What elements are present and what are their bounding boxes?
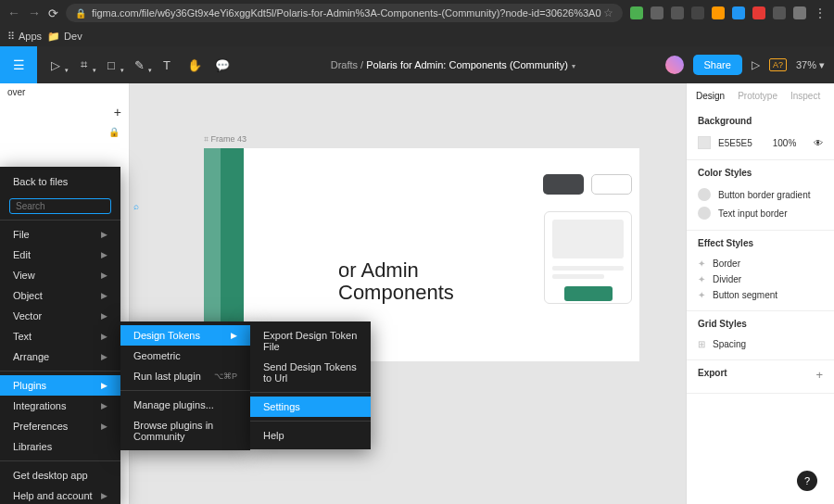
menu-search[interactable]: ⌕ [9,198,111,214]
add-page-icon[interactable]: + [114,105,121,120]
frame-label[interactable]: ⌗ Frame 43 [204,134,246,145]
bg-opacity[interactable]: 100% [773,138,797,148]
effect-style-item[interactable]: ✦Border [698,256,823,271]
browser-bar: ← → ⟳ 🔒 figma.com/file/w6y36Gt9x4eYi6xgg… [0,0,834,26]
menu-vector[interactable]: Vector▶ [0,306,120,326]
menu-search-input[interactable] [16,201,133,211]
export-title[interactable]: Export [698,368,823,378]
back-arrow-icon[interactable]: ← [7,6,20,20]
eye-icon[interactable]: 👁 [814,138,823,148]
ext-icon[interactable] [773,6,786,19]
avatar[interactable] [665,56,684,74]
main-menu-button[interactable]: ☰ [0,46,37,83]
bg-hex[interactable]: E5E5E5 [718,138,752,148]
color-style-item[interactable]: Button border gradient [698,185,823,204]
menu-desktop[interactable]: Get desktop app [0,465,120,485]
export-add-icon[interactable]: + [815,368,823,382]
menu-preferences[interactable]: Preferences▶ [0,416,120,436]
shape-tool[interactable]: □▾ [98,52,124,78]
menu-help[interactable]: Help and account▶ [0,485,120,504]
search-icon: ⌕ [133,201,139,211]
apps-bookmark[interactable]: ⠿ Apps [7,31,42,43]
reload-icon[interactable]: ⟳ [48,6,58,20]
help-button[interactable]: ? [797,471,817,491]
menu-run-last[interactable]: Run last plugin⌥⌘P [120,366,250,386]
url-text: figma.com/file/w6y36Gt9x4eYi6xggKdt5l/Po… [92,7,601,19]
grid-styles-title: Grid Styles [698,319,823,329]
figma-toolbar: ☰ ▷▾ ⌗▾ □▾ ✎▾ T ✋ 💬 Drafts / Polaris for… [0,46,834,83]
bg-swatch[interactable] [698,136,711,149]
menu-plugins[interactable]: Plugins▶ [0,375,120,396]
hand-tool[interactable]: ✋ [182,52,208,78]
ext-icon[interactable] [732,6,745,19]
ext-icon[interactable] [691,6,704,19]
effect-style-item[interactable]: ✦Divider [698,271,823,287]
zoom-level[interactable]: 37% ▾ [796,59,825,71]
menu-integrations[interactable]: Integrations▶ [0,396,120,416]
move-tool[interactable]: ▷▾ [43,52,69,78]
more-icon[interactable]: ⋮ [814,6,827,20]
menu-edit[interactable]: Edit▶ [0,245,120,265]
tab-inspect[interactable]: Inspect [790,91,820,101]
url-bar[interactable]: 🔒 figma.com/file/w6y36Gt9x4eYi6xggKdt5l/… [66,4,623,22]
share-button[interactable]: Share [693,55,742,75]
menu-file[interactable]: File▶ [0,224,120,245]
text-tool[interactable]: T [154,52,180,78]
breadcrumb[interactable]: Drafts / Polaris for Admin: Components (… [241,59,665,70]
missing-fonts-badge[interactable]: A? [769,58,787,71]
design-panel: Design Prototype Inspect Background E5E5… [686,83,834,504]
design-tokens-submenu: Export Design Token File Send Design Tok… [250,321,371,449]
ext-icon[interactable] [793,6,806,19]
ext-icon[interactable] [712,6,725,19]
layer-cover[interactable]: over [7,87,25,97]
card-outline [591,174,632,195]
comment-tool[interactable]: 💬 [209,52,235,78]
tab-design[interactable]: Design [696,91,725,101]
menu-text[interactable]: Text▶ [0,326,120,346]
star-icon[interactable]: ☆ [603,6,613,19]
present-icon[interactable]: ▷ [752,58,760,71]
main-menu: Back to files ⌕ File▶ Edit▶ View▶ Object… [0,167,120,504]
effect-style-item[interactable]: ✦Button segment [698,287,823,303]
extension-icons: ⋮ [630,6,827,20]
bookmarks-bar: ⠿ Apps 📁 Dev [0,26,834,46]
menu-manage-plugins[interactable]: Manage plugins... [120,395,250,415]
color-styles-title: Color Styles [698,168,823,178]
effect-styles-title: Effect Styles [698,238,823,248]
ext-icon[interactable] [671,6,684,19]
dev-bookmark[interactable]: 📁 Dev [47,31,82,43]
pen-tool[interactable]: ✎▾ [126,52,152,78]
grid-style-item[interactable]: ⊞Spacing [698,336,823,352]
menu-object[interactable]: Object▶ [0,285,120,306]
menu-libraries[interactable]: Libraries [0,436,120,457]
menu-geometric[interactable]: Geometric [120,346,250,366]
menu-view[interactable]: View▶ [0,265,120,285]
frame-tool[interactable]: ⌗▾ [70,52,96,78]
tab-prototype[interactable]: Prototype [738,91,777,101]
ext-icon[interactable] [630,6,643,19]
menu-design-tokens[interactable]: Design Tokens▶ [120,325,250,346]
lock-icon[interactable]: 🔒 [0,123,129,141]
background-title: Background [698,116,823,126]
menu-send-tokens[interactable]: Send Design Tokens to Url [250,357,371,388]
ext-icon[interactable] [752,6,765,19]
card-big [544,211,632,304]
hero-title: or AdminComponents [338,259,454,304]
menu-browse-plugins[interactable]: Browse plugins in Community [120,415,250,447]
back-to-files[interactable]: Back to files [0,170,120,193]
forward-arrow-icon[interactable]: → [28,6,41,20]
card-dark [543,174,584,195]
color-style-item[interactable]: Text input border [698,204,823,222]
ext-icon[interactable] [651,6,663,19]
lock-icon: 🔒 [75,8,86,19]
menu-settings[interactable]: Settings [250,397,371,417]
plugins-submenu: Design Tokens▶ Geometric Run last plugin… [120,321,250,450]
menu-arrange[interactable]: Arrange▶ [0,346,120,367]
menu-dt-help[interactable]: Help [250,425,371,446]
menu-export-tokens[interactable]: Export Design Token File [250,325,371,357]
